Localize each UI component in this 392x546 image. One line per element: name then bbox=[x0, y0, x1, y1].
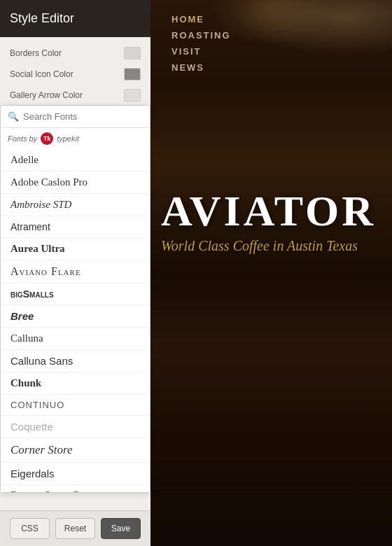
font-list-item[interactable]: English Small Caps bbox=[1, 485, 150, 492]
font-search-dropdown: 🔍 Fonts by Tk typekit AdelleAdobe Caslon… bbox=[0, 105, 150, 493]
font-list-item[interactable]: Bree bbox=[1, 305, 150, 328]
hero-title: AVIATOR bbox=[161, 189, 376, 232]
color-row-arrow: Gallery Arrow Color bbox=[0, 85, 150, 106]
font-list: AdelleAdobe Caslon ProAmbroise STDAtrame… bbox=[1, 149, 150, 492]
search-icon: 🔍 bbox=[8, 111, 19, 122]
hero-section: AVIATOR World Class Coffee in Austin Tex… bbox=[161, 189, 376, 254]
font-list-item[interactable]: Calluna bbox=[1, 328, 150, 350]
nav-item-news[interactable]: NEWS bbox=[172, 62, 231, 73]
css-button[interactable]: CSS bbox=[10, 518, 50, 539]
search-box: 🔍 bbox=[1, 106, 150, 128]
font-list-item[interactable]: Aurea Ultra bbox=[1, 238, 150, 260]
font-list-item[interactable]: Chunk bbox=[1, 372, 150, 395]
borders-color-label: Borders Color bbox=[10, 48, 62, 58]
font-list-item[interactable]: Eigerdals bbox=[1, 463, 150, 485]
font-list-item[interactable]: Corner Store bbox=[1, 438, 150, 463]
panel-title: Style Editor bbox=[10, 11, 74, 25]
hero-subtitle: World Class Coffee in Austin Texas bbox=[161, 238, 376, 254]
fonts-by-label: Fonts by bbox=[8, 134, 37, 143]
font-list-item[interactable]: Adobe Caslon Pro bbox=[1, 172, 150, 194]
nav-item-visit[interactable]: VISIT bbox=[172, 46, 231, 57]
font-list-item[interactable]: Atrament bbox=[1, 216, 150, 238]
social-icon-color-label: Social Icon Color bbox=[10, 69, 74, 79]
person-area bbox=[150, 336, 392, 546]
font-list-item[interactable]: Ambroise STD bbox=[1, 194, 150, 216]
panel-header: Style Editor bbox=[0, 0, 150, 37]
site-navigation: HOME ROASTING VISIT NEWS bbox=[172, 14, 231, 78]
gallery-arrow-color-swatch[interactable] bbox=[124, 89, 141, 102]
nav-item-roasting[interactable]: ROASTING bbox=[172, 30, 231, 41]
nav-item-home[interactable]: HOME bbox=[172, 14, 231, 24]
font-list-item[interactable]: bigSmalls bbox=[1, 284, 150, 305]
font-list-item[interactable]: Coquette bbox=[1, 416, 150, 438]
font-list-item[interactable]: Aviano Flare bbox=[1, 260, 150, 284]
font-list-item[interactable]: Adelle bbox=[1, 149, 150, 172]
typekit-logo: Tk bbox=[41, 132, 53, 145]
reset-button[interactable]: Reset bbox=[55, 518, 95, 539]
font-list-item[interactable]: CONTINUO bbox=[1, 395, 150, 416]
font-list-item[interactable]: Calluna Sans bbox=[1, 350, 150, 372]
typekit-label: Fonts by Tk typekit bbox=[1, 128, 150, 149]
search-input[interactable] bbox=[23, 111, 143, 122]
color-row-social: Social Icon Color bbox=[0, 64, 150, 85]
bottom-toolbar: CSS Reset Save bbox=[0, 510, 150, 546]
typekit-name: typekit bbox=[57, 134, 79, 143]
save-button[interactable]: Save bbox=[101, 518, 141, 539]
gallery-arrow-color-label: Gallery Arrow Color bbox=[10, 90, 83, 100]
social-icon-color-swatch[interactable] bbox=[124, 68, 141, 80]
borders-color-swatch[interactable] bbox=[124, 47, 141, 59]
color-row-borders: Borders Color bbox=[0, 43, 150, 64]
